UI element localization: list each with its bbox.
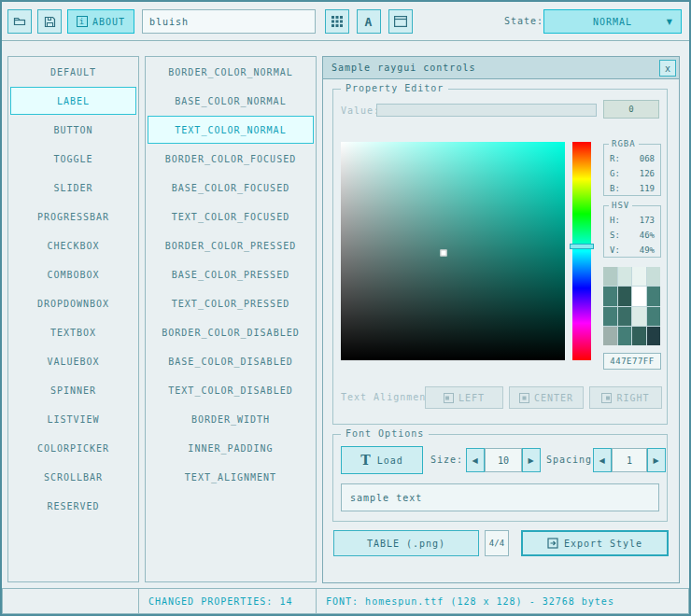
font-button[interactable]: A — [357, 9, 381, 34]
save-style-button[interactable] — [37, 9, 62, 34]
palette-swatch[interactable] — [647, 267, 661, 286]
value-label: Value: — [341, 105, 380, 116]
style-name-input[interactable] — [142, 9, 316, 34]
sample-text-box[interactable]: sample text — [341, 483, 659, 511]
font-options-group: Font Options T Load Size: ◀ 10 ▶ Spacing… — [332, 434, 668, 522]
properties-list-item[interactable]: TEXT_COLOR_NORMAL — [148, 116, 314, 144]
hex-value-box[interactable]: 447E77FF — [603, 353, 661, 370]
style-table-button[interactable] — [325, 9, 349, 34]
rgba-panel: RGBA R: 068 G: 126 B: 119 — [603, 144, 661, 196]
controls-list: DEFAULTLABELBUTTONTOGGLESLIDERPROGRESSBA… — [7, 56, 139, 582]
sample-text: sample text — [350, 493, 422, 503]
palette-swatch[interactable] — [603, 267, 617, 286]
hue-row: H: 173 — [604, 213, 660, 228]
picker-cursor[interactable] — [441, 250, 447, 257]
align-left-button[interactable]: LEFT — [425, 386, 503, 409]
align-right-button[interactable]: RIGHT — [589, 386, 662, 409]
size-label: Size: — [430, 455, 463, 465]
hsv-label: HSV — [609, 201, 632, 210]
palette-swatch[interactable] — [632, 327, 646, 345]
properties-list-item[interactable]: BASE_COLOR_NORMAL — [148, 87, 314, 115]
size-decrease-button[interactable]: ◀ — [466, 448, 485, 472]
properties-list-item[interactable]: BASE_COLOR_FOCUSED — [148, 174, 314, 202]
hue-bar[interactable] — [572, 142, 591, 360]
blue-value: 119 — [640, 182, 655, 195]
controls-list-item[interactable]: BUTTON — [10, 116, 136, 144]
controls-list-item[interactable]: LABEL — [10, 87, 136, 115]
close-button[interactable]: x — [659, 60, 676, 77]
properties-list-item[interactable]: BORDER_WIDTH — [148, 405, 314, 433]
align-center-button[interactable]: CENTER — [509, 386, 584, 409]
palette-grid — [603, 267, 660, 345]
palette-swatch[interactable] — [618, 287, 632, 305]
controls-list-item[interactable]: LISTVIEW — [10, 405, 136, 433]
statusbar-changed-properties: CHANGED PROPERTIES: 14 — [138, 588, 317, 614]
controls-list-item[interactable]: SCROLLBAR — [10, 463, 136, 491]
font-a-icon: A — [365, 15, 374, 29]
save-icon — [44, 16, 56, 28]
palette-swatch[interactable] — [603, 307, 617, 326]
hue-label: H: — [610, 214, 620, 227]
controls-list-item[interactable]: PROGRESSBAR — [10, 203, 136, 231]
properties-list-item[interactable]: BASE_COLOR_DISABLED — [148, 347, 314, 375]
properties-list-item[interactable]: TEXT_COLOR_PRESSED — [148, 289, 314, 317]
color-picker[interactable] — [341, 142, 565, 360]
about-button[interactable]: i ABOUT — [67, 9, 134, 34]
properties-list-item[interactable]: BORDER_COLOR_DISABLED — [148, 318, 314, 346]
controls-list-item[interactable]: DROPDOWNBOX — [10, 289, 136, 317]
palette-swatch[interactable] — [647, 307, 661, 326]
properties-list-item[interactable]: TEXT_COLOR_DISABLED — [148, 376, 314, 404]
window-preview-button[interactable] — [388, 9, 413, 34]
controls-list-item[interactable]: RESERVED — [10, 492, 136, 520]
align-right-icon — [601, 393, 612, 403]
properties-list-item[interactable]: TEXT_ALIGNMENT — [148, 463, 314, 491]
palette-swatch[interactable] — [632, 267, 646, 286]
statusbar-font-info: FONT: homespun.ttf (128 x 128) - 32768 b… — [316, 588, 689, 614]
align-left-icon — [444, 393, 454, 403]
value-slider[interactable] — [376, 104, 597, 117]
properties-list-item[interactable]: INNER_PADDING — [148, 434, 314, 462]
statusbar: CHANGED PROPERTIES: 14 FONT: homespun.tt… — [2, 588, 689, 614]
size-value-box[interactable]: 10 — [485, 448, 522, 472]
properties-list-item[interactable]: BORDER_COLOR_FOCUSED — [148, 145, 314, 173]
close-icon: x — [665, 63, 670, 74]
palette-swatch[interactable] — [632, 287, 646, 305]
state-dropdown[interactable]: NORMAL ▼ — [543, 9, 682, 34]
palette-swatch[interactable] — [618, 307, 632, 326]
properties-list: BORDER_COLOR_NORMALBASE_COLOR_NORMALTEXT… — [145, 56, 317, 582]
palette-swatch[interactable] — [647, 287, 661, 305]
controls-list-item[interactable]: COMBOBOX — [10, 260, 136, 288]
spacing-value-box[interactable]: 1 — [612, 448, 647, 472]
palette-swatch[interactable] — [647, 327, 661, 345]
controls-list-item[interactable]: SPINNER — [10, 376, 136, 404]
font-load-button[interactable]: T Load — [341, 446, 423, 474]
palette-swatch[interactable] — [618, 327, 632, 345]
properties-list-item[interactable]: BORDER_COLOR_NORMAL — [148, 58, 314, 86]
hue-slider[interactable] — [570, 244, 594, 249]
size-increase-button[interactable]: ▶ — [522, 448, 541, 472]
controls-list-item[interactable]: TEXTBOX — [10, 318, 136, 346]
controls-list-item[interactable]: TOGGLE — [10, 145, 136, 173]
palette-swatch[interactable] — [632, 307, 646, 326]
align-center-icon — [519, 393, 529, 403]
palette-swatch[interactable] — [603, 287, 617, 305]
open-style-button[interactable] — [7, 9, 32, 34]
spacing-decrease-button[interactable]: ◀ — [593, 448, 612, 472]
spacing-increase-button[interactable]: ▶ — [647, 448, 666, 472]
export-style-button[interactable]: Export Style — [521, 530, 669, 556]
sample-window-titlebar[interactable]: Sample raygui controls x — [323, 57, 679, 79]
palette-swatch[interactable] — [603, 327, 617, 345]
export-table-button[interactable]: TABLE (.png) — [333, 530, 479, 556]
controls-list-item[interactable]: DEFAULT — [10, 58, 136, 86]
palette-swatch[interactable] — [618, 267, 632, 286]
hue-value: 173 — [640, 214, 655, 227]
controls-list-item[interactable]: CHECKBOX — [10, 231, 136, 259]
properties-list-item[interactable]: TEXT_COLOR_FOCUSED — [148, 203, 314, 231]
properties-list-item[interactable]: BORDER_COLOR_PRESSED — [148, 231, 314, 259]
controls-list-item[interactable]: VALUEBOX — [10, 347, 136, 375]
sample-controls-window: Sample raygui controls x Property Editor… — [322, 56, 680, 583]
controls-list-item[interactable]: SLIDER — [10, 174, 136, 202]
controls-list-item[interactable]: COLORPICKER — [10, 434, 136, 462]
value-box: 0 — [603, 100, 659, 119]
properties-list-item[interactable]: BASE_COLOR_PRESSED — [148, 260, 314, 288]
